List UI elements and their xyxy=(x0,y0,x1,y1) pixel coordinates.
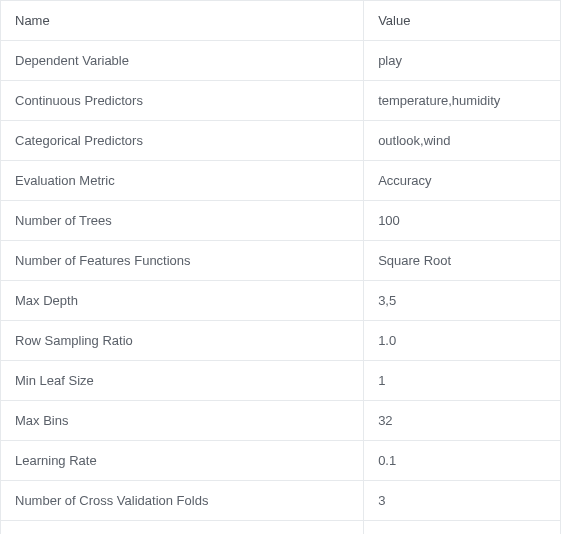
param-value: temperature,humidity xyxy=(364,81,561,121)
param-name: Categorical Predictors xyxy=(1,121,364,161)
param-value: 1.0 xyxy=(364,321,561,361)
param-name: Max Bins xyxy=(1,401,364,441)
table-row: Max Bins 32 xyxy=(1,401,561,441)
table-row: Min Leaf Size 1 xyxy=(1,361,561,401)
column-header-name: Name xyxy=(1,1,364,41)
table-row: Number of Features Functions Square Root xyxy=(1,241,561,281)
param-value: play xyxy=(364,41,561,81)
param-name: Dependent Variable xyxy=(1,41,364,81)
table-row: Max Depth 3,5 xyxy=(1,281,561,321)
table-body: Dependent Variable play Continuous Predi… xyxy=(1,41,561,535)
table-row: Row Sampling Ratio 1.0 xyxy=(1,321,561,361)
param-name: Row Sampling Ratio xyxy=(1,321,364,361)
param-value: outlook,wind xyxy=(364,121,561,161)
parameters-table: Name Value Dependent Variable play Conti… xyxy=(0,0,561,534)
param-name: Continuous Predictors xyxy=(1,81,364,121)
param-value: 0.1 xyxy=(364,441,561,481)
param-name: Max Depth xyxy=(1,281,364,321)
column-header-value: Value xyxy=(364,1,561,41)
table-row: Continuous Predictors temperature,humidi… xyxy=(1,81,561,121)
param-name: Number of Cross Validation Folds xyxy=(1,481,364,521)
table-header-row: Name Value xyxy=(1,1,561,41)
param-name: Number of Features Functions xyxy=(1,241,364,281)
table-row: Evaluation Metric Accuracy xyxy=(1,161,561,201)
param-value: 100 xyxy=(364,201,561,241)
param-name: Evaluation Metric xyxy=(1,161,364,201)
table-row: Learning Rate 0.1 xyxy=(1,441,561,481)
param-name: Learning Rate xyxy=(1,441,364,481)
param-value: 32 xyxy=(364,401,561,441)
param-value: Accuracy xyxy=(364,161,561,201)
table-row: Categorical Predictors outlook,wind xyxy=(1,121,561,161)
param-value: 1 xyxy=(364,521,561,535)
param-value: 3 xyxy=(364,481,561,521)
param-value: Square Root xyxy=(364,241,561,281)
table-row: Random Seed 1 xyxy=(1,521,561,535)
param-name: Number of Trees xyxy=(1,201,364,241)
table-row: Dependent Variable play xyxy=(1,41,561,81)
param-value: 1 xyxy=(364,361,561,401)
param-value: 3,5 xyxy=(364,281,561,321)
table-row: Number of Trees 100 xyxy=(1,201,561,241)
param-name: Min Leaf Size xyxy=(1,361,364,401)
param-name: Random Seed xyxy=(1,521,364,535)
table-row: Number of Cross Validation Folds 3 xyxy=(1,481,561,521)
